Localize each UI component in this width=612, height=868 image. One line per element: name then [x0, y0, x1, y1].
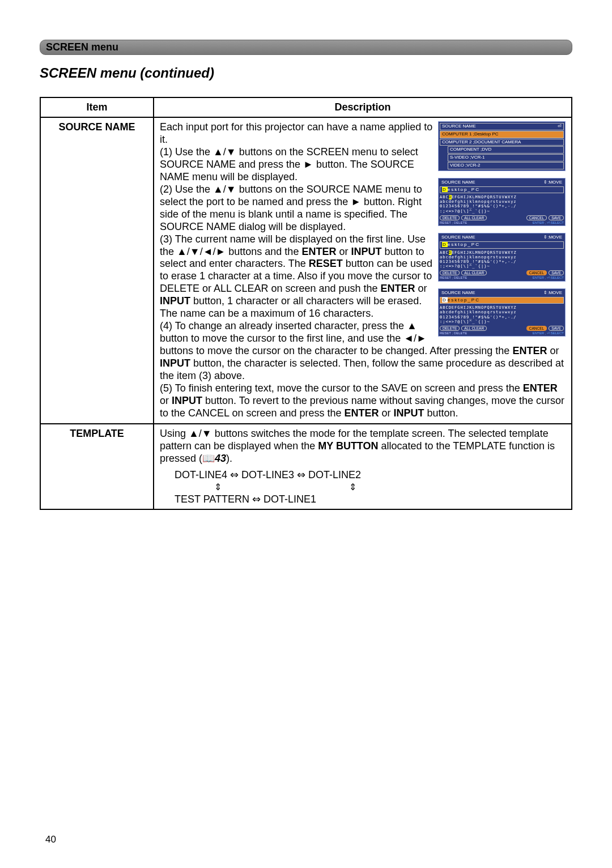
page-number: 40	[45, 834, 56, 845]
mini-chargrid: ABCDEFGHIJKLMNOPQRSTUVWXYZ abcdefghijklm…	[440, 250, 564, 269]
kw-input: INPUT	[351, 246, 381, 257]
mini-name-input: Desktop_PC	[440, 241, 564, 249]
mini-cancel-btn: CANCEL	[526, 215, 547, 220]
mini-name-input: Desktop_PC	[440, 186, 564, 194]
mini-save-btn: SAVE	[549, 215, 564, 220]
kw-enter: ENTER	[381, 283, 415, 294]
item-source-name: SOURCE NAME	[40, 117, 154, 424]
src-step5: (5) To finish entering text, move the cu…	[160, 382, 566, 420]
kw-enter: ENTER	[512, 345, 547, 356]
col-desc-header: Description	[154, 97, 572, 117]
mini-save-btn: SAVE	[549, 326, 564, 331]
mini-footer-right: ENTER , ⏎:SELECT	[533, 221, 564, 225]
mini-cancel-btn: CANCEL	[526, 326, 547, 331]
mini-source-menu: SOURCE NAME⏎ COMPUTER 1 ;Desktop PC COMP…	[438, 121, 566, 171]
menu-bar: SCREEN menu	[40, 40, 572, 55]
mini-editor-1: SOURCE NAME⇕:MOVE Desktop_PC ABCDEFGHIJK…	[438, 178, 566, 227]
mini-btn-row: DELETE ALL CLEAR CANCEL SAVE	[440, 326, 564, 331]
mini-name-input: Desktop_PC	[440, 297, 564, 304]
mini-chargrid: ABCDEFGHIJKLMNOPQRSTUVWXYZ abcdefghijklm…	[440, 195, 564, 213]
mini-move-label: ⇕:MOVE	[543, 180, 562, 185]
mini-allclear-btn: ALL CLEAR	[461, 215, 487, 220]
kw-input: INPUT	[160, 295, 190, 307]
mini-chargrid: ABCDEFGHIJKLMNOPQRSTUVWXYZ abcdefghijklm…	[440, 305, 564, 324]
mini-nav-icon: ⏎	[558, 124, 562, 129]
mini-move-label: ⇕:MOVE	[543, 291, 562, 296]
mini-source-row: COMPUTER 2 ;DOCUMENT CAMERA	[440, 139, 564, 146]
item-template: TEMPLATE	[40, 424, 154, 509]
row-source-name: SOURCE NAME SOURCE NAME⏎ COMPUTER 1 ;Des…	[40, 117, 572, 424]
mini-editor-2: SOURCE NAME⇕:MOVE Desktop_PC ABCDEFGHIJK…	[438, 233, 566, 282]
kw-input: INPUT	[394, 407, 424, 419]
kw-input: INPUT	[172, 395, 202, 406]
mini-footer-right: ENTER , ⏎:SELECT	[533, 331, 564, 335]
mini-source-row: COMPONENT ;DVD	[448, 146, 564, 154]
page-ref: 43	[215, 453, 226, 464]
kw-input: INPUT	[160, 358, 190, 369]
template-flow: DOT-LINE4 ⇔ DOT-LINE3 ⇔ DOT-LINE2 ⇕ ⇕ TE…	[160, 469, 566, 505]
kw-enter: ENTER	[345, 407, 379, 419]
mini-btn-row: DELETE ALL CLEAR CANCEL SAVE	[440, 215, 564, 220]
mini-move-label: ⇕:MOVE	[543, 235, 562, 240]
flow-line-1: DOT-LINE4 ⇔ DOT-LINE3 ⇔ DOT-LINE2	[160, 469, 566, 481]
section-title: SCREEN menu (continued)	[40, 65, 572, 81]
mini-cancel-btn: CANCEL	[526, 270, 547, 275]
mini-allclear-btn: ALL CLEAR	[461, 326, 487, 331]
updown-icon: ⇕	[214, 482, 222, 492]
mini-editor-title: SOURCE NAME	[441, 291, 475, 296]
mini-editor-3: SOURCE NAME⇕:MOVE Desktop_PC ABCDEFGHIJK…	[438, 288, 566, 337]
flow-line-2: TEST PATTERN ⇔ DOT-LINE1	[160, 493, 566, 505]
row-template: TEMPLATE Using ▲/▼ buttons switches the …	[40, 424, 572, 509]
mini-delete-btn: DELETE	[440, 270, 460, 275]
template-desc: Using ▲/▼ buttons switches the mode for …	[160, 428, 566, 465]
mini-editor-title: SOURCE NAME	[441, 235, 475, 240]
kw-enter: ENTER	[301, 246, 336, 257]
mini-footer-left: RESET ; DELETE	[440, 276, 467, 280]
book-icon: 📖	[202, 453, 215, 464]
col-item-header: Item	[40, 97, 154, 117]
mini-delete-btn: DELETE	[440, 215, 460, 220]
updown-icon: ⇕	[349, 482, 356, 492]
menu-bar-label: SCREEN menu	[46, 41, 118, 53]
mini-delete-btn: DELETE	[440, 326, 460, 331]
kw-mybutton: MY BUTTON	[318, 440, 378, 452]
mini-editor-title: SOURCE NAME	[441, 180, 475, 185]
mini-source-row: COMPUTER 1 ;Desktop PC	[440, 131, 564, 138]
mini-footer-right: ENTER , ⏎:SELECT	[533, 276, 564, 280]
mini-btn-row: DELETE ALL CLEAR CANCEL SAVE	[440, 270, 564, 275]
illustration-panels: SOURCE NAME⏎ COMPUTER 1 ;Desktop PC COMP…	[438, 121, 566, 337]
mini-footer-left: RESET ; DELETE	[440, 331, 467, 335]
mini-allclear-btn: ALL CLEAR	[461, 270, 487, 275]
main-table: Item Description SOURCE NAME SOURCE NAME…	[40, 97, 572, 510]
kw-enter: ENTER	[523, 382, 558, 394]
mini-source-row: VIDEO ;VCR-2	[448, 162, 564, 169]
mini-source-row: S-VIDEO ;VCR-1	[448, 154, 564, 161]
mini-footer-left: RESET ; DELETE	[440, 221, 467, 225]
kw-reset: RESET	[309, 258, 343, 269]
mini-source-title: SOURCE NAME	[442, 124, 476, 129]
mini-save-btn: SAVE	[549, 270, 564, 275]
